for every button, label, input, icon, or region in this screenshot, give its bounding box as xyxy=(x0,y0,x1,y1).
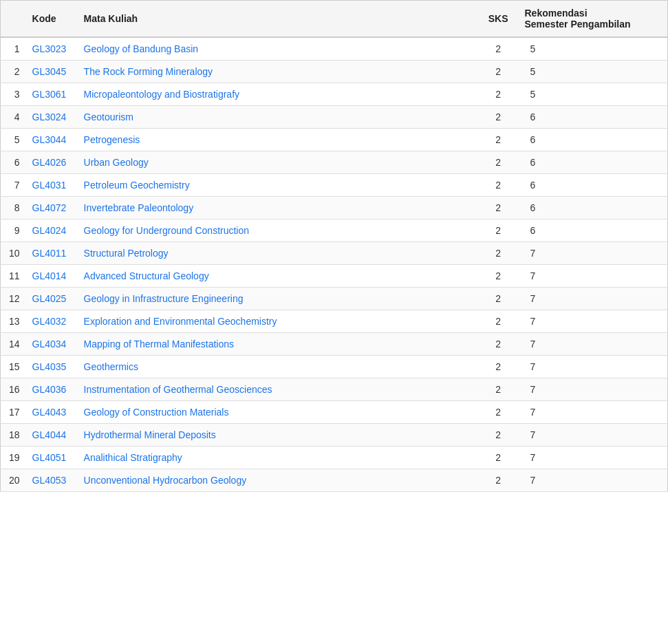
main-container: Kode Mata Kuliah SKS Rekomendasi Semeste… xyxy=(0,0,668,644)
cell-kode: GL4044 xyxy=(24,424,76,447)
cell-semester: 7 xyxy=(517,424,668,447)
cell-sks: 2 xyxy=(480,288,517,310)
cell-mata-kuliah: Micropaleontology and Biostratigrafy xyxy=(76,83,480,106)
cell-mata-kuliah: Geology for Underground Construction xyxy=(76,219,480,242)
cell-num: 1 xyxy=(1,37,24,61)
table-row: 4GL3024Geotourism26 xyxy=(1,106,668,129)
cell-kode: GL3044 xyxy=(24,129,76,151)
table-row: 16GL4036Instrumentation of Geothermal Ge… xyxy=(1,378,668,401)
table-row: 3GL3061Micropaleontology and Biostratigr… xyxy=(1,83,668,106)
table-row: 6GL4026Urban Geology26 xyxy=(1,151,668,174)
cell-num: 19 xyxy=(1,447,24,469)
cell-mata-kuliah: Analithical Stratigraphy xyxy=(76,447,480,469)
cell-num: 18 xyxy=(1,424,24,447)
cell-mata-kuliah: Petrogenesis xyxy=(76,129,480,151)
cell-semester: 7 xyxy=(517,401,668,424)
cell-semester: 7 xyxy=(517,356,668,378)
cell-mata-kuliah: Structural Petrology xyxy=(76,242,480,265)
cell-mata-kuliah: Urban Geology xyxy=(76,151,480,174)
cell-kode: GL4025 xyxy=(24,288,76,310)
cell-num: 16 xyxy=(1,378,24,401)
cell-sks: 2 xyxy=(480,37,517,61)
cell-num: 7 xyxy=(1,174,24,197)
cell-semester: 7 xyxy=(517,265,668,288)
cell-num: 13 xyxy=(1,310,24,333)
table-row: 1GL3023Geology of Bandung Basin25 xyxy=(1,37,668,61)
cell-kode: GL4014 xyxy=(24,265,76,288)
cell-kode: GL4051 xyxy=(24,447,76,469)
cell-num: 12 xyxy=(1,288,24,310)
col-header-num xyxy=(1,1,24,38)
table-row: 19GL4051Analithical Stratigraphy27 xyxy=(1,447,668,469)
cell-sks: 2 xyxy=(480,219,517,242)
cell-mata-kuliah: Invertebrate Paleontology xyxy=(76,197,480,219)
cell-semester: 5 xyxy=(517,37,668,61)
cell-semester: 6 xyxy=(517,174,668,197)
cell-semester: 7 xyxy=(517,333,668,356)
table-row: 10GL4011Structural Petrology27 xyxy=(1,242,668,265)
cell-sks: 2 xyxy=(480,447,517,469)
cell-mata-kuliah: Geology of Construction Materials xyxy=(76,401,480,424)
cell-sks: 2 xyxy=(480,61,517,83)
cell-sks: 2 xyxy=(480,83,517,106)
cell-mata-kuliah: Hydrothermal Mineral Deposits xyxy=(76,424,480,447)
cell-num: 11 xyxy=(1,265,24,288)
cell-sks: 2 xyxy=(480,106,517,129)
cell-num: 17 xyxy=(1,401,24,424)
table-row: 2GL3045The Rock Forming Mineralogy25 xyxy=(1,61,668,83)
cell-sks: 2 xyxy=(480,333,517,356)
cell-sks: 2 xyxy=(480,174,517,197)
col-header-sks: SKS xyxy=(480,1,517,38)
cell-num: 5 xyxy=(1,129,24,151)
cell-kode: GL4043 xyxy=(24,401,76,424)
cell-sks: 2 xyxy=(480,310,517,333)
cell-num: 15 xyxy=(1,356,24,378)
cell-semester: 6 xyxy=(517,129,668,151)
cell-semester: 7 xyxy=(517,447,668,469)
cell-semester: 6 xyxy=(517,197,668,219)
cell-mata-kuliah: Exploration and Environmental Geochemist… xyxy=(76,310,480,333)
cell-kode: GL3045 xyxy=(24,61,76,83)
cell-num: 9 xyxy=(1,219,24,242)
cell-sks: 2 xyxy=(480,378,517,401)
cell-kode: GL4035 xyxy=(24,356,76,378)
cell-mata-kuliah: Unconventional Hydrocarbon Geology xyxy=(76,469,480,492)
cell-semester: 6 xyxy=(517,219,668,242)
cell-semester: 6 xyxy=(517,151,668,174)
cell-semester: 5 xyxy=(517,83,668,106)
cell-kode: GL4036 xyxy=(24,378,76,401)
cell-kode: GL4011 xyxy=(24,242,76,265)
cell-kode: GL4072 xyxy=(24,197,76,219)
cell-mata-kuliah: Geothermics xyxy=(76,356,480,378)
cell-sks: 2 xyxy=(480,356,517,378)
cell-num: 3 xyxy=(1,83,24,106)
cell-kode: GL4034 xyxy=(24,333,76,356)
cell-mata-kuliah: Petroleum Geochemistry xyxy=(76,174,480,197)
cell-kode: GL3023 xyxy=(24,37,76,61)
cell-mata-kuliah: Geology of Bandung Basin xyxy=(76,37,480,61)
cell-mata-kuliah: Instrumentation of Geothermal Geoscience… xyxy=(76,378,480,401)
cell-mata-kuliah: Mapping of Thermal Manifestations xyxy=(76,333,480,356)
cell-sks: 2 xyxy=(480,469,517,492)
cell-semester: 7 xyxy=(517,242,668,265)
cell-kode: GL3024 xyxy=(24,106,76,129)
col-header-rekomendasi: Rekomendasi Semester Pengambilan xyxy=(517,1,668,38)
cell-sks: 2 xyxy=(480,151,517,174)
cell-semester: 5 xyxy=(517,61,668,83)
table-header-row: Kode Mata Kuliah SKS Rekomendasi Semeste… xyxy=(1,1,668,38)
cell-semester: 7 xyxy=(517,288,668,310)
table-row: 20GL4053Unconventional Hydrocarbon Geolo… xyxy=(1,469,668,492)
cell-semester: 7 xyxy=(517,469,668,492)
table-row: 11GL4014Advanced Structural Geology27 xyxy=(1,265,668,288)
table-row: 18GL4044Hydrothermal Mineral Deposits27 xyxy=(1,424,668,447)
cell-kode: GL4026 xyxy=(24,151,76,174)
cell-mata-kuliah: The Rock Forming Mineralogy xyxy=(76,61,480,83)
table-row: 12GL4025Geology in Infrastructure Engine… xyxy=(1,288,668,310)
cell-sks: 2 xyxy=(480,197,517,219)
course-table: Kode Mata Kuliah SKS Rekomendasi Semeste… xyxy=(0,0,668,492)
cell-num: 20 xyxy=(1,469,24,492)
table-row: 14GL4034Mapping of Thermal Manifestation… xyxy=(1,333,668,356)
table-row: 15GL4035Geothermics27 xyxy=(1,356,668,378)
cell-sks: 2 xyxy=(480,424,517,447)
cell-semester: 6 xyxy=(517,106,668,129)
